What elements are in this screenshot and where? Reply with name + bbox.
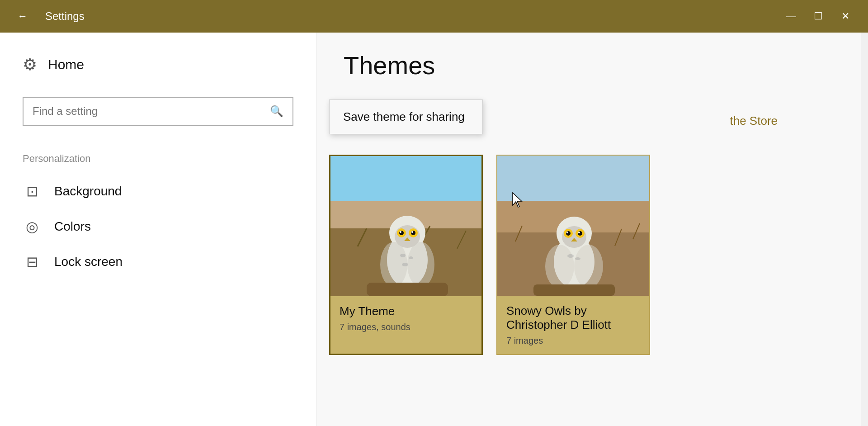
back-icon: ← (18, 10, 28, 22)
svg-point-17 (407, 242, 434, 287)
svg-point-13 (400, 231, 401, 233)
background-label: Background (54, 184, 122, 199)
sidebar-item-colors[interactable]: ◎ Colors (0, 209, 316, 244)
titlebar: ← Settings — ☐ ✕ (0, 0, 868, 33)
search-icon[interactable]: 🔍 (261, 105, 292, 118)
owl-scene-svg-1 (330, 156, 481, 296)
svg-point-12 (411, 231, 415, 235)
svg-point-19 (400, 254, 406, 257)
theme-card-snowy-owls[interactable]: Snowy Owls by Christopher D Elliott 7 im… (496, 155, 650, 355)
colors-label: Colors (54, 219, 91, 234)
minimize-button[interactable]: — (778, 0, 805, 33)
theme-image-snowy-owls (497, 156, 649, 296)
sidebar-item-background[interactable]: ⊡ Background (0, 174, 316, 209)
content-area: Themes the Store Save theme for sharing (316, 33, 868, 426)
svg-point-14 (411, 231, 413, 233)
svg-point-38 (545, 245, 574, 288)
home-icon: ⚙ (23, 55, 37, 74)
sidebar-item-home[interactable]: ⚙ Home (0, 51, 316, 88)
themes-grid: My Theme 7 images, sounds (329, 155, 859, 355)
svg-point-35 (566, 232, 568, 233)
svg-point-42 (575, 257, 580, 260)
svg-rect-18 (367, 283, 448, 296)
personalization-section-label: Personalization (0, 148, 316, 174)
background-icon: ⊡ (23, 183, 42, 200)
theme-card-my-theme[interactable]: My Theme 7 images, sounds (329, 155, 483, 355)
svg-rect-40 (533, 284, 615, 296)
svg-point-41 (567, 254, 574, 258)
svg-point-33 (566, 231, 571, 236)
theme-info-snowy-owls: Snowy Owls by Christopher D Elliott 7 im… (497, 296, 649, 354)
maximize-icon: ☐ (814, 10, 823, 22)
close-icon: ✕ (841, 10, 849, 22)
svg-point-34 (578, 231, 582, 236)
owl-scene-svg-2 (497, 156, 649, 296)
minimize-icon: — (786, 10, 796, 22)
svg-point-39 (574, 245, 603, 288)
context-menu: Save theme for sharing (329, 99, 483, 134)
themes-heading: Themes (316, 33, 868, 89)
colors-icon: ◎ (23, 218, 42, 235)
maximize-button[interactable]: ☐ (805, 0, 832, 33)
theme-desc-my-theme: 7 images, sounds (340, 322, 472, 332)
lock-screen-icon: ⊟ (23, 253, 42, 270)
search-input[interactable] (24, 98, 261, 125)
window-title: Settings (45, 10, 85, 23)
svg-point-36 (578, 232, 580, 233)
main-layout: ⚙ Home 🔍 Personalization ⊡ Background ◎ … (0, 33, 868, 426)
svg-point-11 (399, 231, 404, 235)
close-button[interactable]: ✕ (832, 0, 859, 33)
save-theme-menu-item[interactable]: Save theme for sharing (330, 100, 482, 134)
theme-image-my-theme (330, 156, 481, 296)
svg-point-21 (402, 263, 408, 266)
theme-info-my-theme: My Theme 7 images, sounds (330, 296, 481, 341)
window-controls: — ☐ ✕ (778, 0, 859, 33)
back-button[interactable]: ← (9, 0, 36, 33)
home-label: Home (48, 57, 84, 72)
store-link-text: the Store (730, 114, 778, 128)
svg-point-20 (409, 256, 413, 259)
lock-screen-label: Lock screen (54, 255, 123, 269)
scrollbar-track[interactable] (861, 33, 868, 426)
theme-name-snowy-owls: Snowy Owls by Christopher D Elliott (506, 304, 640, 332)
theme-desc-snowy-owls: 7 images (506, 336, 640, 346)
sidebar-item-lock-screen[interactable]: ⊟ Lock screen (0, 244, 316, 279)
search-box: 🔍 (23, 97, 293, 126)
theme-name-my-theme: My Theme (340, 304, 472, 318)
sidebar: ⚙ Home 🔍 Personalization ⊡ Background ◎ … (0, 33, 316, 426)
store-link[interactable]: the Store (730, 114, 778, 128)
svg-rect-22 (497, 156, 649, 205)
